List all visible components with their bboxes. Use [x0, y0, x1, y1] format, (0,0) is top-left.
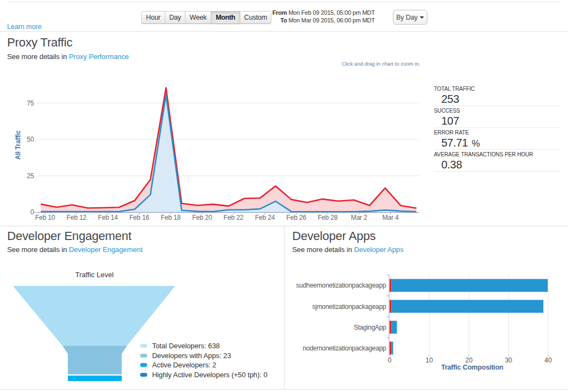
stat-value: 107	[434, 115, 560, 126]
bar-error-nodemonetizationpackageapp[interactable]	[390, 342, 392, 355]
x-tick-label: Feb 10	[35, 214, 55, 221]
stat-row: SUCCESS107	[434, 106, 560, 128]
developer-apps-subtitle: See more details in Developer Apps	[292, 246, 403, 254]
proxy-traffic-subtitle: See more details in Proxy Performance	[7, 53, 129, 61]
bar-success-nodemonetizationpackageapp[interactable]	[392, 342, 393, 355]
series-line-success[interactable]	[41, 95, 416, 212]
date-to-value: Mon Mar 09 2015, 06:00 pm MDT	[287, 17, 375, 24]
chevron-down-icon	[420, 16, 424, 19]
funnel-segment-developers-with-apps[interactable]	[62, 346, 127, 375]
developer-engagement-subtitle: See more details in Developer Engagement	[7, 246, 143, 254]
x-tick-label: Feb 22	[224, 214, 244, 221]
legend-label: Developers with Apps: 23	[152, 351, 231, 361]
category-label-nodemonetizationpackageapp: nodemonetizationpackageapp	[303, 344, 386, 352]
legend-label: Highly Active Developers (+50 tph): 0	[152, 370, 268, 380]
stat-row: ERROR RATE57.71%	[434, 128, 560, 150]
x-tick-label: Feb 20	[192, 214, 212, 221]
range-button-day[interactable]: Day	[165, 11, 186, 25]
funnel-legend: Total Developers: 638Developers with App…	[140, 341, 268, 379]
funnel-segment-active-developers[interactable]	[68, 376, 122, 381]
range-button-custom[interactable]: Custom	[240, 11, 271, 25]
date-to-label: To	[280, 17, 287, 24]
stat-row: AVERAGE TRANSACTIONS PER HOUR0.38	[434, 150, 560, 172]
traffic-stats-panel: TOTAL TRAFFIC253SUCCESS107ERROR RATE57.7…	[434, 84, 560, 172]
analytics-dashboard: Learn more HourDayWeekMonthCustom From M…	[0, 0, 568, 392]
date-to: To Mon Mar 09 2015, 06:00 pm MDT	[273, 17, 375, 25]
legend-item: Developers with Apps: 23	[140, 351, 268, 361]
developer-apps-subtitle-text: See more details in	[292, 245, 354, 254]
range-button-hour[interactable]: Hour	[141, 11, 165, 25]
developer-engagement-title: Developer Engagement	[7, 230, 131, 243]
x-tick-label: Feb 26	[286, 214, 306, 221]
zoom-hint: Click and drag in chart to zoom in.	[341, 61, 420, 67]
x-tick-label: Feb 24	[255, 214, 275, 221]
x-tick-label-40: 40	[544, 356, 552, 364]
date-from-value: Mon Feb 09 2015, 05:00 pm MDT	[287, 9, 375, 16]
stat-value: 253	[434, 93, 560, 104]
area-fill-total-traffic	[41, 88, 416, 212]
bottom-divider	[0, 389, 568, 390]
x-tick-label-20: 20	[465, 356, 473, 364]
proxy-performance-link[interactable]: Proxy Performance	[69, 52, 129, 61]
stat-label: AVERAGE TRANSACTIONS PER HOUR	[434, 151, 560, 158]
y-axis-title: All Traffic	[14, 130, 22, 160]
legend-item: Total Developers: 638	[140, 341, 268, 351]
range-button-group: HourDayWeekMonthCustom	[141, 11, 271, 25]
y-tick-label-50: 50	[27, 136, 34, 143]
date-from-label: From	[273, 9, 287, 16]
stat-label: ERROR RATE	[434, 130, 560, 136]
proxy-traffic-subtitle-text: See more details in	[7, 52, 69, 61]
group-by-label: By Day	[396, 14, 418, 21]
bar-success-sjmonetizationpackageapp[interactable]	[392, 300, 543, 313]
bar-success-StagingApp[interactable]	[392, 321, 397, 334]
legend-item: Active Developers: 2	[140, 360, 268, 370]
developer-apps-chart[interactable]: 010203040sudheemonetizationpackageappsjm…	[285, 271, 568, 380]
x-axis-title: Traffic Composition	[441, 364, 503, 371]
top-divider	[8, 2, 560, 2]
category-label-sudheemonetizationpackageapp: sudheemonetizationpackageapp	[296, 282, 386, 289]
range-button-month[interactable]: Month	[211, 11, 240, 25]
x-tick-label-0: 0	[388, 356, 392, 364]
stat-label: SUCCESS	[434, 108, 560, 114]
x-tick-label: Feb 28	[318, 214, 338, 221]
bar-error-StagingApp[interactable]	[390, 321, 392, 334]
x-tick-label: Mar 4	[382, 214, 399, 221]
funnel-title: Traffic Level	[0, 271, 189, 279]
x-tick-label: Feb 14	[98, 214, 118, 221]
legend-item: Highly Active Developers (+50 tph): 0	[140, 370, 268, 380]
proxy-traffic-chart[interactable]: 0255075Feb 10Feb 12Feb 14Feb 16Feb 18Feb…	[0, 77, 432, 225]
legend-swatch-icon	[140, 373, 147, 377]
x-tick-label-30: 30	[505, 356, 513, 364]
bar-success-sudheemonetizationpackageapp[interactable]	[392, 279, 548, 292]
legend-swatch-icon	[140, 354, 147, 358]
category-label-StagingApp: StagingApp	[353, 324, 386, 331]
bar-error-sudheemonetizationpackageapp[interactable]	[390, 279, 392, 292]
toolbar-divider	[0, 31, 568, 32]
date-range-text: From Mon Feb 09 2015, 05:00 pm MDT To Mo…	[273, 9, 375, 24]
series-line-total-traffic[interactable]	[41, 88, 416, 208]
developer-apps-link[interactable]: Developer Apps	[354, 245, 403, 254]
stat-value: 0.38	[434, 159, 560, 170]
x-tick-label: Feb 16	[129, 214, 149, 221]
legend-label: Active Developers: 2	[152, 360, 216, 370]
y-tick-label-75: 75	[27, 100, 34, 107]
group-by-dropdown[interactable]: By Day	[393, 10, 427, 25]
x-tick-label: Feb 18	[161, 214, 181, 221]
stat-row: TOTAL TRAFFIC253	[434, 84, 560, 106]
developer-apps-title: Developer Apps	[292, 230, 376, 243]
y-tick-label-0: 0	[31, 208, 34, 216]
category-label-sjmonetizationpackageapp: sjmonetizationpackageapp	[312, 303, 387, 311]
legend-label: Total Developers: 638	[152, 341, 220, 351]
legend-swatch-icon	[140, 363, 147, 367]
proxy-traffic-title: Proxy Traffic	[7, 36, 72, 49]
learn-more-link[interactable]: Learn more	[7, 23, 42, 31]
x-tick-label: Feb 12	[67, 214, 87, 221]
bar-error-sjmonetizationpackageapp[interactable]	[390, 300, 392, 313]
developer-engagement-link[interactable]: Developer Engagement	[69, 245, 143, 254]
range-button-week[interactable]: Week	[185, 11, 211, 25]
y-tick-label-25: 25	[27, 172, 34, 180]
area-fill-success	[41, 95, 416, 212]
x-tick-label: Mar 2	[351, 214, 367, 221]
stat-label: TOTAL TRAFFIC	[434, 86, 560, 92]
funnel-segment-total-developers[interactable]	[13, 286, 176, 346]
